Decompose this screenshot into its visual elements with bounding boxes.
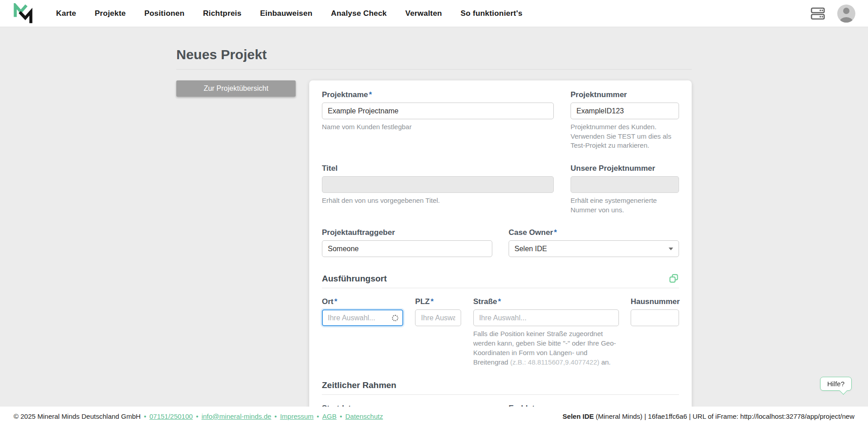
footer-link-email[interactable]: info@mineral-minds.de [202,412,271,420]
footer-link-phone[interactable]: 07151/250100 [149,412,193,420]
section-title-zeitlicher-rahmen: Zeitlicher Rahmen [322,380,396,390]
avatar-head [843,8,849,14]
projektnummer-input[interactable] [571,103,679,119]
footer-separator: • [144,412,146,420]
required-marker: * [554,228,557,237]
unsere-projektnummer-input [571,176,679,193]
hausnummer-input[interactable] [631,309,679,326]
footer-session-user: Selen IDE [562,412,594,420]
section-divider [322,288,679,288]
hausnummer-label: Hausnummer [631,297,679,306]
top-navbar: Karte Projekte Positionen Richtpreis Ein… [0,0,868,27]
new-project-form-card: Projektname* Name vom Kunden festlegbar … [309,80,692,426]
unsere-projektnummer-hint: Erhält eine systemgenerierte Nummer von … [571,196,679,215]
field-titel: Titel Erhält den von uns vorgegebenen Ti… [322,164,554,215]
copy-icon[interactable] [669,273,679,284]
field-case-owner: Case Owner* Selen IDE [509,228,679,257]
field-hausnummer: Hausnummer [631,297,679,367]
nav-item-karte[interactable]: Karte [56,9,76,18]
field-projektnummer: Projektnummer Projektnummer des Kunden. … [571,90,679,150]
titel-label: Titel [322,164,554,173]
plz-label: PLZ* [415,297,461,306]
nav-right-actions [810,5,855,23]
case-owner-selected-value: Selen IDE [514,245,547,253]
projektauftraggeber-input[interactable] [322,240,492,257]
ort-label: Ort* [322,297,403,306]
unsere-projektnummer-label: Unsere Projektnummer [571,164,679,173]
title-divider [176,69,692,70]
loading-spinner-icon [392,315,398,321]
help-button[interactable]: Hilfe? [820,377,852,391]
nav-item-einbauweisen[interactable]: Einbauweisen [260,9,312,18]
nav-item-positionen[interactable]: Positionen [144,9,184,18]
case-owner-label: Case Owner* [509,228,679,237]
strasse-hint: Falls die Position keiner Straße zugeord… [473,329,619,367]
section-divider [322,394,679,395]
page-title: Neues Projekt [176,47,692,62]
projektname-label: Projektname* [322,90,554,99]
field-strasse: Straße* Falls die Position keiner Straße… [473,297,619,367]
project-overview-button[interactable]: Zur Projektübersicht [176,80,296,97]
footer: © 2025 Mineral Minds Deutschland GmbH • … [0,407,868,426]
footer-link-impressum[interactable]: Impressum [280,412,313,420]
projektname-hint: Name vom Kunden festlegbar [322,122,554,132]
footer-session-details: (Mineral Minds) | 16fae1ffc6a6 | URL of … [594,412,854,420]
required-marker: * [430,297,434,306]
field-unsere-projektnummer: Unsere Projektnummer Erhält eine systemg… [571,164,679,215]
footer-session-info: Selen IDE (Mineral Minds) | 16fae1ffc6a6… [562,412,854,420]
main-content: Neues Projekt Zur Projektübersicht Proje… [0,27,868,426]
field-projektname: Projektname* Name vom Kunden festlegbar [322,90,554,150]
required-marker: * [498,297,501,306]
projektnummer-hint: Projektnummer des Kunden. Verwenden Sie … [571,122,679,150]
avatar-shoulders [840,17,853,23]
strasse-input[interactable] [473,309,619,326]
mineral-minds-logo-icon[interactable] [13,2,35,25]
footer-separator: • [274,412,277,420]
titel-hint: Erhält den von uns vorgegebenen Titel. [322,196,554,206]
required-marker: * [335,297,338,306]
strasse-label: Straße* [473,297,619,306]
server-icon[interactable] [810,7,826,20]
nav-item-analyse-check[interactable]: Analyse Check [331,9,387,18]
chevron-down-icon [669,248,673,250]
titel-input [322,176,554,193]
user-avatar-icon[interactable] [837,5,855,23]
field-plz: PLZ* [415,297,461,367]
projektname-input[interactable] [322,103,554,119]
projektauftraggeber-label: Projektauftraggeber [322,228,492,237]
required-marker: * [369,90,372,99]
field-ort: Ort* [322,297,403,367]
footer-copyright: © 2025 Mineral Minds Deutschland GmbH [14,412,141,420]
nav-item-projekte[interactable]: Projekte [94,9,126,18]
nav-item-richtpreis[interactable]: Richtpreis [203,9,241,18]
footer-separator: • [340,412,342,420]
plz-input[interactable] [415,309,461,326]
ort-input[interactable] [322,309,403,326]
nav-item-verwalten[interactable]: Verwalten [406,9,442,18]
footer-left: © 2025 Mineral Minds Deutschland GmbH • … [14,412,383,420]
field-projektauftraggeber: Projektauftraggeber [322,228,492,257]
footer-link-datenschutz[interactable]: Datenschutz [345,412,383,420]
case-owner-select[interactable]: Selen IDE [509,240,679,257]
nav-links: Karte Projekte Positionen Richtpreis Ein… [56,9,523,18]
footer-link-agb[interactable]: AGB [322,412,337,420]
nav-item-so-funktionierts[interactable]: So funktioniert's [461,9,523,18]
section-title-ausfuehrungsort: Ausführungsort [322,274,387,284]
projektnummer-label: Projektnummer [571,90,679,99]
footer-separator: • [196,412,198,420]
footer-separator: • [317,412,319,420]
